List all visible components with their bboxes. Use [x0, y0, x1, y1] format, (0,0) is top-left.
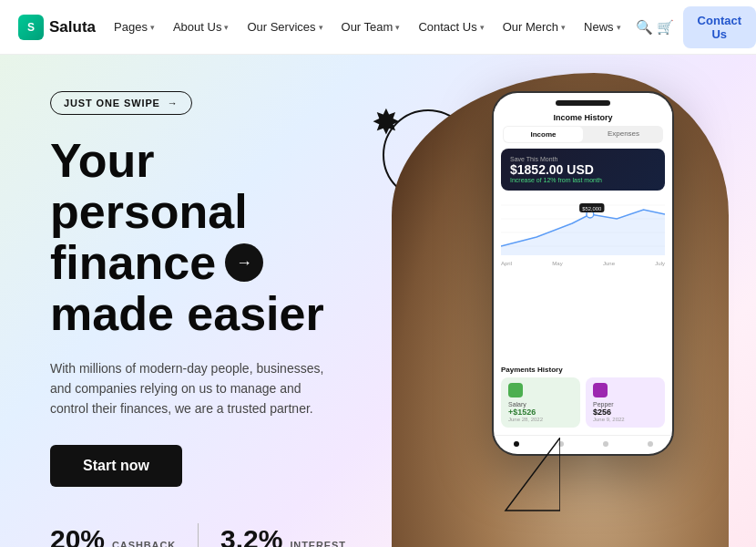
phone-save-month-card: Save This Month $1852.00 USD Increase of…	[501, 149, 665, 191]
nav-news[interactable]: News ▾	[577, 15, 628, 39]
nav-our-merch[interactable]: Our Merch ▾	[495, 15, 573, 39]
hero-stats: 20% CASHBACK 3.2% INTEREST	[50, 523, 364, 547]
payments-history-section: Payments History Salary +$1526 June 28, …	[494, 362, 672, 431]
stat-interest: 3.2% INTEREST	[220, 524, 346, 547]
pepper-name: Pepper	[593, 401, 658, 408]
chevron-down-icon: ▾	[617, 23, 621, 32]
payment-card-salary: Salary +$1526 June 28, 2022	[501, 377, 580, 428]
salary-icon	[508, 383, 523, 397]
svg-text:$52,000: $52,000	[582, 206, 602, 212]
hero-title: Your personal finance → made easier	[50, 135, 364, 340]
hero-content: JUST ONE SWIPE → Your personal finance →…	[0, 55, 364, 547]
chart-x-labels: April May June July	[501, 259, 665, 268]
nav-cta-button[interactable]: Contact Us	[683, 6, 756, 48]
payment-cards: Salary +$1526 June 28, 2022 Pepper $256 …	[501, 377, 665, 428]
bottom-bar-wallet[interactable]	[603, 441, 608, 447]
hero-description: With millions of modern-day people, busi…	[50, 358, 342, 419]
phone-tabs: Income Expenses	[503, 126, 663, 143]
hero-arrow-button[interactable]: →	[225, 243, 263, 282]
badge-arrow-icon: →	[168, 98, 179, 108]
stat-divider	[198, 523, 199, 547]
cart-button[interactable]: 🛒	[657, 12, 674, 43]
save-month-change: Increase of 12% from last month	[510, 177, 656, 183]
cashback-label: CASHBACK	[112, 540, 176, 547]
income-chart: $52,000 April May June July	[494, 196, 672, 362]
salary-name: Salary	[508, 401, 573, 408]
nav-our-services[interactable]: Our Services ▾	[240, 15, 330, 39]
logo-icon: S	[18, 15, 44, 40]
pepper-icon	[593, 383, 608, 397]
chevron-down-icon: ▾	[150, 23, 155, 32]
save-month-amount: $1852.00 USD	[510, 162, 656, 177]
salary-date: June 28, 2022	[508, 417, 573, 422]
pepper-amount: $256	[593, 408, 658, 417]
phone-tab-expenses[interactable]: Expenses	[584, 126, 663, 143]
chevron-down-icon: ▾	[224, 23, 229, 32]
triangle-decoration	[487, 438, 560, 520]
cashback-number: 20%	[50, 524, 105, 547]
phone-mockup-area: Income History Income Expenses Save This…	[419, 73, 729, 547]
start-now-button[interactable]: Start now	[50, 445, 182, 487]
chevron-down-icon: ▾	[319, 23, 323, 32]
payments-title: Payments History	[501, 366, 665, 374]
chevron-down-icon: ▾	[480, 23, 485, 32]
svg-marker-0	[506, 438, 560, 511]
interest-label: INTEREST	[290, 540, 345, 547]
chevron-down-icon: ▾	[561, 23, 566, 32]
save-month-label: Save This Month	[510, 156, 656, 162]
phone-device: Income History Income Expenses Save This…	[492, 91, 674, 456]
brand-name: Saluta	[49, 18, 96, 36]
badge-text: JUST ONE SWIPE	[64, 98, 160, 108]
interest-number: 3.2%	[220, 524, 282, 547]
bottom-bar-profile[interactable]	[648, 441, 653, 447]
phone-tab-income[interactable]: Income	[504, 127, 583, 142]
pepper-date: June 9, 2022	[593, 417, 658, 422]
phone-screen: Income History Income Expenses Save This…	[494, 93, 672, 454]
search-button[interactable]: 🔍	[636, 12, 653, 43]
brand-logo[interactable]: S Saluta	[18, 15, 96, 40]
stat-cashback: 20% CASHBACK	[50, 524, 176, 547]
hero-badge: JUST ONE SWIPE →	[50, 91, 192, 115]
chart-svg: $52,000	[501, 196, 665, 255]
nav-contact-us[interactable]: Contact Us ▾	[411, 15, 491, 39]
chevron-down-icon: ▾	[395, 23, 400, 32]
phone-header: Income History	[494, 106, 672, 126]
nav-pages[interactable]: Pages ▾	[107, 15, 162, 39]
salary-amount: +$1526	[508, 408, 573, 417]
hero-section: ✸ JUST ONE SWIPE → Your personal finance…	[0, 55, 756, 547]
payment-card-pepper: Pepper $256 June 9, 2022	[586, 377, 665, 428]
navbar: S Saluta Pages ▾ About Us ▾ Our Services…	[0, 0, 756, 55]
nav-about-us[interactable]: About Us ▾	[166, 15, 236, 39]
nav-our-team[interactable]: Our Team ▾	[334, 15, 408, 39]
